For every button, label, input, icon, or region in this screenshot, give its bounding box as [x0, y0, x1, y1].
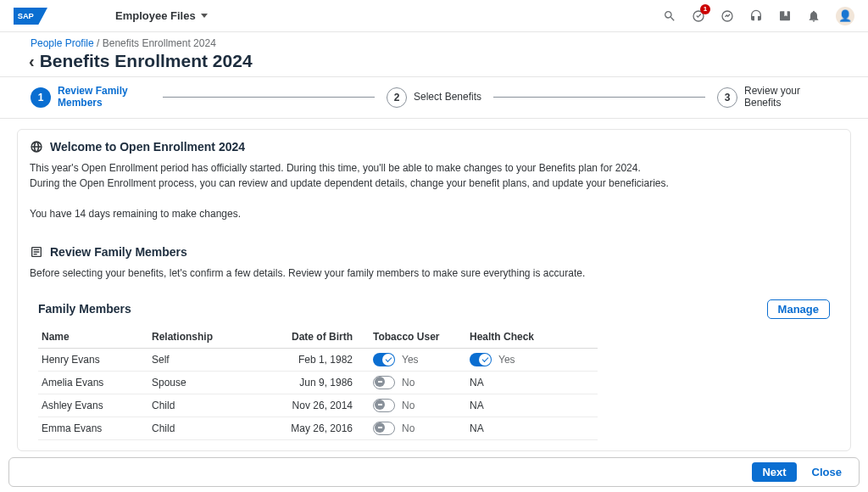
tobacco-toggle[interactable] [373, 422, 395, 435]
support-button[interactable] [749, 9, 763, 23]
checklist-icon [30, 245, 43, 259]
close-button[interactable]: Close [804, 462, 850, 482]
step-divider [493, 97, 705, 98]
activity-icon [721, 9, 734, 23]
tobacco-toggle[interactable] [373, 376, 395, 389]
notification-badge: 1 [700, 4, 710, 14]
health-text: NA [470, 377, 484, 389]
cell-dob: Jun 9, 1986 [259, 371, 356, 394]
table-row: Amelia EvansSpouseJun 9, 1986NoNA [38, 371, 598, 394]
tobacco-toggle[interactable] [373, 353, 395, 366]
tobacco-label: No [402, 400, 415, 411]
module-selector[interactable]: Employee Files [115, 9, 208, 22]
stepper: 1 Review Family Members 2 Select Benefit… [0, 76, 868, 119]
step-2-label: Select Benefits [414, 92, 481, 103]
docs-button[interactable] [778, 9, 792, 23]
health-label: Yes [498, 354, 515, 366]
user-avatar[interactable]: 👤 [836, 7, 854, 25]
cell-dob: Feb 1, 1982 [259, 348, 356, 371]
cell-health: Yes [466, 348, 598, 371]
tobacco-label: Yes [402, 354, 419, 366]
step-2-num: 2 [387, 87, 407, 108]
step-1-label: Review Family Members [58, 86, 151, 109]
step-3-num: 3 [717, 87, 737, 108]
cell-health: NA [466, 371, 598, 394]
breadcrumb: People Profile / Benefits Enrollment 202… [0, 32, 868, 49]
cell-tobacco: No [356, 394, 466, 417]
col-name: Name [38, 326, 148, 349]
search-button[interactable] [663, 9, 676, 23]
manage-button[interactable]: Manage [767, 299, 830, 319]
headset-icon [749, 9, 763, 23]
tobacco-label: No [402, 377, 415, 389]
step-3[interactable]: 3 Review your Benefits [717, 86, 837, 109]
back-button[interactable]: ‹ [29, 53, 35, 70]
cell-name: Henry Evans [38, 348, 148, 371]
top-bar: SAP Employee Files 1 👤 [0, 0, 868, 32]
table-row: Emma EvansChildMay 26, 2016NoNA [38, 417, 598, 439]
cell-name: Emma Evans [38, 417, 148, 439]
approvals-button[interactable]: 1 [692, 9, 705, 23]
health-text: NA [470, 422, 484, 434]
col-tobacco: Tobacco User [356, 326, 466, 349]
cell-health: NA [466, 417, 598, 439]
cell-dob: May 26, 2016 [259, 417, 356, 439]
col-dob: Date of Birth [259, 326, 356, 349]
health-toggle[interactable] [470, 353, 492, 366]
step-1-num: 1 [31, 87, 51, 108]
chevron-down-icon [201, 14, 208, 18]
health-text: NA [470, 400, 484, 411]
cell-relationship: Child [148, 417, 259, 439]
footer: Next Close [0, 452, 868, 492]
search-icon [663, 9, 676, 23]
cell-tobacco: No [356, 417, 466, 439]
tobacco-label: No [402, 422, 415, 434]
sap-logo[interactable]: SAP [14, 8, 47, 25]
family-table: Name Relationship Date of Birth Tobacco … [38, 326, 598, 440]
welcome-line2: During the Open Enrollment process, you … [30, 176, 838, 191]
welcome-line3: You have 14 days remaining to make chang… [30, 206, 838, 221]
table-row: Henry EvansSelfFeb 1, 1982YesYes [38, 348, 598, 371]
review-body: Before selecting your benefits, let's co… [30, 266, 838, 281]
svg-text:SAP: SAP [18, 12, 34, 20]
breadcrumb-sep: / [94, 37, 103, 49]
module-label: Employee Files [115, 9, 196, 22]
main-panel: Welcome to Open Enrollment 2024 This yea… [17, 129, 851, 451]
col-relationship: Relationship [148, 326, 259, 349]
cell-relationship: Spouse [148, 371, 259, 394]
cell-dob: Nov 26, 2014 [259, 394, 356, 417]
next-button[interactable]: Next [752, 462, 796, 482]
col-health: Health Check [466, 326, 598, 349]
step-2[interactable]: 2 Select Benefits [387, 87, 481, 108]
activity-button[interactable] [721, 9, 734, 23]
cell-relationship: Self [148, 348, 259, 371]
family-members-title: Family Members [38, 302, 131, 316]
breadcrumb-link[interactable]: People Profile [31, 37, 94, 49]
step-divider [163, 97, 375, 98]
cell-tobacco: No [356, 371, 466, 394]
book-icon [778, 9, 792, 23]
tobacco-toggle[interactable] [373, 399, 395, 412]
cell-name: Ashley Evans [38, 394, 148, 417]
step-3-label: Review your Benefits [744, 86, 837, 109]
cell-health: NA [466, 394, 598, 417]
cell-tobacco: Yes [356, 348, 466, 371]
breadcrumb-current: Benefits Enrollment 2024 [103, 37, 216, 49]
cell-name: Amelia Evans [38, 371, 148, 394]
bell-icon [807, 9, 821, 23]
globe-icon [30, 140, 43, 154]
review-title: Review Family Members [50, 245, 187, 259]
cell-relationship: Child [148, 394, 259, 417]
page-title: Benefits Enrollment 2024 [40, 51, 253, 71]
notifications-button[interactable] [807, 9, 821, 23]
welcome-title: Welcome to Open Enrollment 2024 [50, 140, 245, 154]
welcome-line1: This year's Open Enrollment period has o… [30, 160, 838, 176]
table-row: Ashley EvansChildNov 26, 2014NoNA [38, 394, 598, 417]
step-1[interactable]: 1 Review Family Members [31, 86, 151, 109]
